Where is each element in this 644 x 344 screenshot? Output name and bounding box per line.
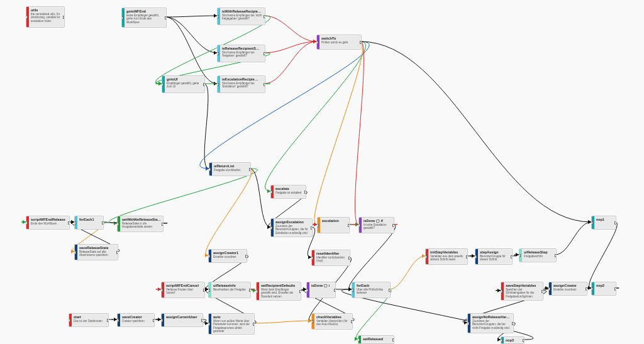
node-switchTo[interactable]: switchToPrüfen wohin es geht: [316, 35, 362, 50]
node-uiReturnList[interactable]: uiReturnListFreigabe durchlaufen: [209, 162, 251, 176]
node-utils[interactable]: utilsthe centralized utils, für distribu…: [26, 6, 65, 28]
node-nop2[interactable]: nop2: [591, 282, 616, 296]
node-scriptWFEndRelease[interactable]: scriptWFEndReleaseEnde des Workflows: [26, 216, 70, 230]
port-out[interactable]: [304, 191, 306, 194]
node-nop1[interactable]: nop1: [591, 216, 616, 230]
port-in[interactable]: [74, 221, 76, 225]
node-forEach[interactable]: forEachÜber alle Prüfschritte iterieren: [352, 282, 391, 298]
node-resetIdentifier[interactable]: resetIdentifierIdentifier zurücksetzen (…: [311, 250, 350, 266]
node-initStepVariables[interactable]: initStepVariablesVariablen aus dem jewei…: [425, 248, 468, 265]
port-in[interactable]: [317, 224, 319, 227]
node-start[interactable]: startDas ist der Startknoten: [69, 313, 109, 327]
port-in[interactable]: [217, 52, 219, 55]
node-assignNoReleaseVar[interactable]: assignNoReleaseVar…Zuordnen der Benutzer…: [467, 313, 514, 333]
port-out[interactable]: [249, 289, 251, 292]
port-out[interactable]: [614, 287, 616, 291]
port-in[interactable]: [467, 322, 469, 325]
port-in[interactable]: [270, 191, 272, 194]
port-in[interactable]: [217, 83, 219, 86]
port-out[interactable]: [162, 223, 164, 226]
port-out[interactable]: [245, 255, 247, 258]
port-out[interactable]: [614, 221, 616, 225]
port-out[interactable]: [586, 287, 587, 291]
port-in[interactable]: [74, 251, 76, 254]
port-in[interactable]: [161, 289, 163, 292]
node-setWithNoReleaseState[interactable]: setWithNoReleaseSta…ReleaseState in die …: [117, 216, 164, 232]
node-escalation_badge[interactable]: escalation: [317, 217, 350, 233]
port-out[interactable]: [348, 224, 350, 227]
port-in[interactable]: [352, 289, 353, 292]
node-setRecipientDefaults[interactable]: setRecipientDefaultsWenn kein Empfänger …: [256, 282, 301, 301]
port-out[interactable]: [203, 83, 205, 86]
port-out[interactable]: [107, 319, 109, 322]
port-out[interactable]: [116, 251, 118, 254]
port-in[interactable]: [519, 254, 521, 257]
port-in[interactable]: [217, 15, 219, 18]
node-isWithReleaseRecipients[interactable]: isWithReleaseRecipie…Sind keine Empfänge…: [217, 8, 265, 25]
port-out[interactable]: [63, 16, 65, 19]
port-in[interactable]: [117, 223, 119, 226]
node-stepAssign[interactable]: stepAssignBenutzer/Gruppe für diesen Sch…: [475, 248, 513, 265]
port-out[interactable]: [348, 257, 350, 260]
port-out[interactable]: [392, 338, 394, 341]
node-assignEscalation[interactable]: assignEscalationZuordnen der Benutzer/Gr…: [270, 218, 313, 237]
port-out[interactable]: [102, 221, 104, 225]
node-gotoUI[interactable]: gotoUIEmpfänger gewählt, gehe zum UI: [162, 75, 205, 93]
port-out[interactable]: [165, 16, 167, 19]
port-in[interactable]: [591, 221, 593, 225]
port-out[interactable]: [264, 83, 265, 86]
port-out[interactable]: [299, 290, 301, 293]
node-isDone[interactable]: isDone ▢ ifIst eine Eskalation gewählt?: [358, 217, 394, 233]
node-escalate[interactable]: escalateFreigabe ist eskaliert: [270, 185, 306, 199]
node-uiReleaseStep[interactable]: uiReleaseStepFreigabeschritt: [519, 248, 557, 262]
node-checkVariables[interactable]: checkVariablesVariablen überprüfen (für …: [311, 313, 353, 330]
port-out[interactable]: [511, 255, 513, 258]
port-out[interactable]: [351, 320, 353, 323]
port-out[interactable]: [541, 290, 543, 293]
port-in[interactable]: [306, 289, 308, 292]
port-in[interactable]: [69, 319, 70, 322]
port-out[interactable]: [249, 168, 251, 171]
port-out[interactable]: [264, 15, 265, 18]
port-in[interactable]: [425, 255, 427, 258]
node-nop3[interactable]: nop3: [501, 336, 525, 344]
port-in[interactable]: [117, 319, 119, 322]
node-assignCurrentUser[interactable]: assignCurrentUser: [161, 313, 203, 327]
port-in[interactable]: [121, 16, 123, 19]
port-out[interactable]: [253, 323, 255, 326]
node-scriptWFEndCancel[interactable]: scriptWFEndCancelVerlasse Knoten über 'c…: [161, 282, 205, 298]
port-in[interactable]: [591, 287, 593, 291]
port-out[interactable]: [523, 339, 525, 342]
port-in[interactable]: [161, 319, 163, 322]
node-assignCreator1[interactable]: assignCreator1Ersteller zuordnen: [208, 249, 247, 263]
port-in[interactable]: [311, 320, 313, 323]
node-isReleaseRecipientSet[interactable]: isReleaseRecipientS…Sind keine Empfänger…: [217, 45, 265, 62]
port-in[interactable]: [358, 338, 360, 341]
node-saveStepVariables[interactable]: saveStepVariablesSpeichen der Schrittein…: [501, 282, 543, 301]
port-out[interactable]: [68, 221, 70, 225]
port-in[interactable]: [26, 16, 28, 19]
port-out[interactable]: [466, 255, 468, 258]
port-out[interactable]: [392, 224, 394, 227]
port-out[interactable]: [311, 226, 313, 230]
port-in[interactable]: [501, 290, 502, 293]
port-out[interactable]: [201, 319, 203, 322]
node-uiReleaseInfo[interactable]: uiReleaseInfoBeschreiben der Freigabe: [208, 282, 251, 298]
node-saveCreator[interactable]: saveCreatorCreator speichern: [117, 313, 155, 327]
port-out[interactable]: [334, 289, 336, 292]
node-forEach1[interactable]: forEach1: [74, 216, 104, 230]
port-in[interactable]: [208, 289, 210, 292]
port-in[interactable]: [270, 226, 272, 230]
port-in[interactable]: [475, 255, 477, 258]
node-saveReleaseState[interactable]: saveReleaseStateReleaseState auf alle At…: [74, 244, 118, 260]
node-isDone2[interactable]: isDone ▢ i: [306, 282, 336, 298]
node-auto[interactable]: autoWenn von außen Werte über Parameter …: [208, 313, 255, 335]
port-in[interactable]: [501, 339, 502, 342]
port-in[interactable]: [208, 323, 210, 326]
port-in[interactable]: [162, 83, 164, 86]
port-in[interactable]: [358, 224, 360, 227]
port-in[interactable]: [316, 41, 318, 44]
port-out[interactable]: [555, 254, 557, 257]
port-out[interactable]: [360, 41, 362, 44]
node-setReleased[interactable]: setReleased: [358, 335, 394, 344]
